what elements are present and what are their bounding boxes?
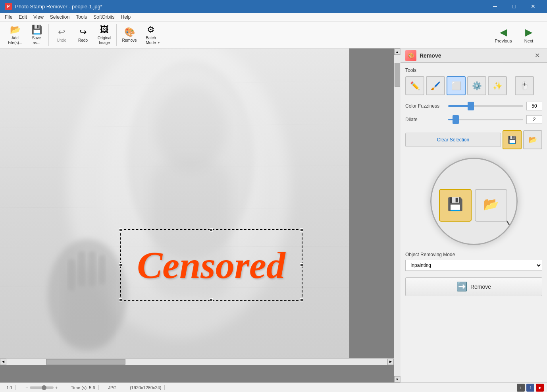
tool-brush-button[interactable]: 🖌️ — [426, 76, 445, 95]
v-scroll-thumb[interactable] — [395, 63, 400, 87]
h-scrollbar[interactable]: ◀ ▶ — [0, 358, 394, 365]
menu-tools[interactable]: Tools — [73, 14, 90, 21]
zoom-slider-thumb[interactable] — [42, 385, 46, 390]
svg-text:📂: 📂 — [483, 197, 499, 212]
color-fuzziness-track[interactable] — [448, 105, 523, 107]
add-files-button[interactable]: 📂 Add File(s)... — [5, 25, 25, 45]
remove-action-label: Remove — [470, 284, 491, 290]
save-as-button[interactable]: 💾 Save as... — [26, 25, 47, 45]
toolbar-action-group: 🎨 Remove ⚙ Batch Mode ▼ — [117, 24, 163, 46]
remove-toolbar-icon: 🎨 — [124, 27, 135, 37]
dilate-value[interactable]: 2 — [526, 115, 542, 124]
redo-button[interactable]: ↪ Redo — [73, 25, 93, 45]
tool-stamp-button[interactable]: 🖱️ — [515, 76, 534, 95]
save-mask-button[interactable]: 💾 — [503, 130, 522, 149]
zoom-slider-track[interactable] — [30, 386, 54, 389]
next-button[interactable]: ▶ Next — [517, 24, 541, 46]
batch-mode-button[interactable]: ⚙ Batch Mode ▼ — [141, 25, 161, 45]
dilate-track[interactable] — [448, 119, 523, 120]
batch-mode-dropdown-arrow: ▼ — [157, 41, 160, 44]
clear-selection-label: Clear Selection — [437, 137, 469, 143]
ghost-overlay — [0, 48, 349, 358]
load-mask-icon: 📂 — [528, 135, 537, 144]
youtube-icon-label: ▶ — [539, 386, 541, 390]
status-icons: i f ▶ — [517, 384, 544, 392]
menu-help[interactable]: Help — [118, 14, 134, 21]
maximize-button[interactable]: □ — [505, 0, 523, 13]
toolbox-body: Tools ✏️ 🖌️ ⬜ ⚙️ ✨ 🖱️ Color Fuzziness 50 — [401, 63, 547, 382]
dilate-thumb[interactable] — [453, 115, 459, 124]
format-label: JPG — [105, 385, 120, 390]
original-image-button[interactable]: 🖼 Original Image — [94, 25, 115, 45]
v-scrollbar[interactable]: ▲ ▼ — [394, 48, 400, 382]
title-bar: P Photo Stamp Remover - people-1.jpg* ─ … — [0, 0, 547, 13]
h-scroll-right-arrow[interactable]: ▶ — [387, 359, 394, 365]
menu-file[interactable]: File — [2, 14, 15, 21]
toolbar: 📂 Add File(s)... 💾 Save as... ↩ Undo ↪ R… — [0, 21, 547, 48]
canvas-area[interactable]: Censored ◀ ▶ — [0, 48, 394, 382]
v-scroll-track[interactable] — [394, 55, 401, 376]
app-icon: P — [5, 3, 12, 10]
h-scroll-thumb[interactable] — [46, 359, 125, 365]
object-removing-mode-select[interactable]: Inpainting — [405, 260, 542, 271]
remove-action-icon: ➡️ — [456, 282, 467, 292]
color-fuzziness-thumb[interactable] — [468, 102, 474, 110]
menu-selection[interactable]: Selection — [47, 14, 73, 21]
color-fuzziness-label: Color Fuzziness — [405, 103, 445, 109]
save-as-label: Save as... — [28, 36, 45, 45]
facebook-icon-label: f — [530, 386, 531, 390]
h-scroll-track[interactable] — [6, 359, 387, 365]
magnifier-svg: 💾 📂 — [431, 158, 516, 245]
time-label: Time (s): — [71, 385, 88, 390]
v-scroll-up-arrow[interactable]: ▲ — [394, 48, 401, 55]
add-files-label: Add File(s)... — [6, 36, 24, 45]
zoom-level: 1:1 — [3, 385, 16, 390]
time-value: 5.6 — [89, 385, 95, 390]
youtube-icon[interactable]: ▶ — [536, 384, 544, 392]
toolbox-title-area: 🎨 Remove — [405, 50, 441, 61]
h-scroll-left-arrow[interactable]: ◀ — [0, 359, 6, 365]
load-mask-button[interactable]: 📂 — [523, 130, 542, 149]
menu-softorbits[interactable]: SoftOrbits — [90, 14, 117, 21]
undo-label: Undo — [57, 38, 66, 43]
remove-action-button[interactable]: ➡️ Remove — [405, 277, 542, 296]
color-fuzziness-row: Color Fuzziness 50 — [405, 102, 542, 110]
toolbox-header: 🎨 Remove ✕ — [401, 48, 547, 63]
tools-section-label: Tools — [405, 68, 542, 73]
close-button[interactable]: ✕ — [524, 0, 542, 13]
action-row: Clear Selection 💾 📂 — [405, 130, 542, 149]
v-scroll-down-arrow[interactable]: ▼ — [394, 376, 401, 382]
svg-line-22 — [507, 221, 515, 233]
menu-view[interactable]: View — [30, 14, 47, 21]
toolbar-edit-group: ↩ Undo ↪ Redo 🖼 Original Image — [50, 24, 117, 46]
redo-icon: ↪ — [79, 27, 87, 37]
tool-pencil-button[interactable]: ✏️ — [405, 76, 424, 95]
zoom-minus-icon: − — [25, 385, 28, 390]
info-icon[interactable]: i — [517, 384, 525, 392]
color-fuzziness-value[interactable]: 50 — [526, 102, 542, 110]
title-bar-left: P Photo Stamp Remover - people-1.jpg* — [5, 3, 102, 10]
undo-button[interactable]: ↩ Undo — [51, 25, 72, 45]
dimensions-label: (1920x1280x24) — [127, 385, 165, 390]
toolbox-icon: 🎨 — [405, 50, 416, 61]
undo-icon: ↩ — [58, 27, 65, 37]
zoom-slider-area[interactable]: − + — [22, 385, 61, 390]
remove-toolbar-button[interactable]: 🎨 Remove — [119, 25, 140, 45]
tool-magic-button[interactable]: ⚙️ — [467, 76, 486, 95]
clear-selection-button[interactable]: Clear Selection — [405, 133, 501, 147]
app-title: Photo Stamp Remover - people-1.jpg* — [15, 4, 102, 10]
menu-edit[interactable]: Edit — [15, 14, 30, 21]
tool-wand-button[interactable]: ✨ — [488, 76, 507, 95]
toolbox-close-button[interactable]: ✕ — [532, 51, 542, 60]
original-image-icon: 🖼 — [100, 25, 109, 35]
next-label: Next — [524, 39, 534, 43]
object-removing-mode-label: Object Removing Mode — [405, 252, 542, 257]
facebook-icon[interactable]: f — [526, 384, 534, 392]
previous-label: Previous — [495, 39, 512, 43]
remove-toolbar-label: Remove — [122, 38, 137, 43]
magnifier-view: 💾 📂 — [430, 158, 518, 245]
minimize-button[interactable]: ─ — [486, 0, 504, 13]
previous-button[interactable]: ◀ Previous — [491, 24, 515, 46]
tool-rect-select-button[interactable]: ⬜ — [447, 76, 466, 95]
redo-label: Redo — [78, 38, 88, 43]
